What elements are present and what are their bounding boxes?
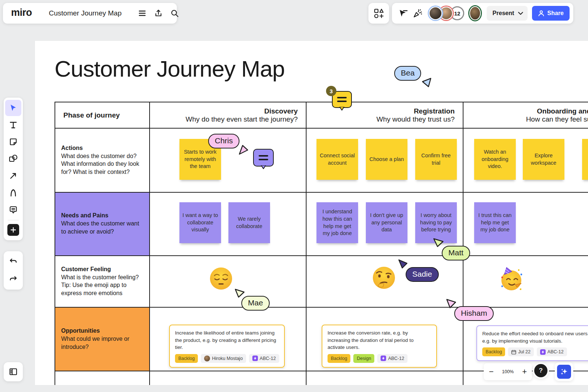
row-label-actions: ActionsWhat does the customer do? What i… [55,129,150,193]
shapes-icon [8,154,18,164]
divider [8,220,19,220]
more-tools-button[interactable] [7,224,19,236]
help-button[interactable]: ? [534,364,547,377]
ticket-chip[interactable]: ABC-12 [377,354,407,363]
board-canvas[interactable]: Customer Journey Map Phase of journey Di… [35,41,588,385]
main-menu-button[interactable] [135,6,150,21]
board-title[interactable]: Customer Journey Map [45,9,126,17]
opportunity-card[interactable]: Increase the conversion rate, e.g. by in… [322,325,437,368]
row-label-needs-and-pains: Needs and PainsWhat does the customer wa… [55,193,150,256]
sticky-note[interactable]: I want a way to collaborate visually [179,202,221,243]
creation-toolbar [4,98,23,240]
zoom-toolbar: − 100% + [484,363,532,380]
text-icon [9,120,18,129]
sticky-note[interactable]: We rarely collaborate [228,202,270,243]
ticket-chip[interactable]: ABC-12 [537,347,567,356]
header-onboarding: Onboarding and How can they feel su [463,102,588,129]
undo-button[interactable] [5,253,21,270]
ai-assist-wrap [555,363,573,381]
hide-cursors-button[interactable] [396,6,410,21]
reactions-button[interactable] [410,6,425,21]
status-chip-backlog[interactable]: Backlog [175,354,198,363]
redo-icon [9,275,18,284]
cursor-toggle-icon [398,8,408,18]
frames-panel-icon [8,367,18,377]
zoom-in-button[interactable]: + [522,368,527,376]
header-registration: Registration Why would they trust us? [307,102,463,129]
comment-tool[interactable] [5,202,21,218]
export-button[interactable] [151,6,166,21]
cursor-pointer-bea [421,77,432,88]
sticky-note-partial[interactable] [582,139,588,180]
jira-icon [252,356,258,361]
zoom-out-button[interactable]: − [489,368,494,376]
collaboration-toolbar: 12 Present Share [392,3,573,24]
connector-tool[interactable] [5,168,21,184]
sticky-note[interactable]: Watch an onboarding video. [474,139,516,180]
sticky-note-icon [9,137,18,146]
sticky-note[interactable]: Choose a plan [366,139,407,180]
sticky-note[interactable]: I don't give up any personal data [366,202,407,243]
share-button[interactable]: Share [532,6,570,21]
help-button-wrap: ? [533,363,549,379]
miro-logo[interactable]: miro [8,7,36,20]
app-toolbar: miro Customer Journey Map [3,3,177,24]
search-button[interactable] [167,6,182,21]
frames-panel-button[interactable] [4,362,23,381]
present-button[interactable]: Present [487,6,528,21]
plus-icon [10,227,16,233]
opportunity-card[interactable]: Increase the likelihood of entire teams … [169,325,285,368]
assignee-chip[interactable]: Hiroku Mostajo [201,354,246,363]
collaborator-cursor-hisham: Hisham [454,306,494,321]
avatar-current-user[interactable] [469,6,481,20]
zoom-level[interactable]: 100% [502,369,514,374]
comment-icon [9,205,18,214]
comment-marker-icon[interactable] [253,149,274,167]
sticky-note[interactable]: Explore workspace [523,139,564,180]
pensive-face-emoji[interactable] [209,267,233,290]
export-icon [154,9,163,18]
sticky-note[interactable]: I understand how this can help me get my… [316,202,358,243]
undo-icon [9,257,18,266]
sticky-note-tool[interactable] [5,134,21,150]
pen-tool[interactable] [5,185,21,201]
partying-face-emoji[interactable] [498,266,524,292]
collaborator-cursor-matt: Matt [442,246,470,260]
redo-button[interactable] [5,271,21,287]
collaborator-cursor-mae: Mae [241,296,270,311]
status-chip-backlog[interactable]: Backlog [482,347,505,356]
shapes-tool[interactable] [5,151,21,167]
search-icon [170,9,179,18]
cursor-pointer-matt [433,237,444,248]
chevron-down-icon [518,12,523,15]
collaborator-avatars[interactable]: 12 [429,6,464,20]
pen-icon [9,188,18,197]
ai-assist-button[interactable] [557,365,571,379]
select-tool[interactable] [5,100,21,116]
comment-count-badge: 3 [326,86,336,96]
ticket-chip[interactable]: ABC-12 [249,354,279,363]
confetti-icon [413,8,423,18]
quick-add-shapes-button[interactable] [368,3,389,24]
sparkles-icon [560,368,568,376]
due-date-chip[interactable]: Jul 22 [508,347,533,356]
select-cursor-icon [9,104,18,112]
avatar[interactable] [429,7,442,20]
hamburger-icon [138,9,147,18]
opportunity-card[interactable]: Reduce the effort needed to onboard new … [476,325,588,361]
text-tool[interactable] [5,117,21,133]
jira-icon [540,349,546,355]
sticky-note[interactable]: I trust this can help me get my job done [474,202,516,243]
cursor-pointer-hisham [445,298,456,309]
cursor-pointer-chris [238,144,249,155]
sticky-note[interactable]: Confirm free trial [415,139,457,180]
thinking-face-emoji[interactable] [371,266,396,291]
row-label-customer-feeling: Customer FeelingWhat is the customer fee… [55,256,150,308]
history-toolbar [4,251,23,290]
avatar [204,356,210,361]
sticky-note[interactable]: Connect social account [316,139,358,180]
status-chip-design[interactable]: Design [353,354,374,363]
row-label-extra [55,371,150,385]
shapes-grid-icon [374,8,384,18]
status-chip-backlog[interactable]: Backlog [328,354,350,363]
